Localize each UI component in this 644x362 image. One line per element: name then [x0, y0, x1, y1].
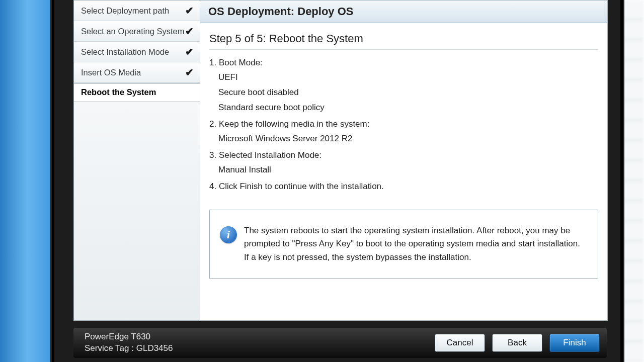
secure-boot-value: Secure boot disabled: [218, 85, 598, 100]
cancel-button[interactable]: Cancel: [435, 334, 485, 352]
checkmark-icon: ✔: [185, 66, 194, 78]
step-select-installation-mode[interactable]: Select Installation Mode ✔: [74, 42, 200, 62]
wizard-panel: Select Deployment path ✔ Select an Opera…: [73, 0, 608, 321]
finish-button[interactable]: Finish: [549, 334, 600, 352]
step-label: Insert OS Media: [81, 68, 141, 77]
service-tag: Service Tag : GLD3456: [85, 343, 173, 354]
lifecycle-controller-window: Select Deployment path ✔ Select an Opera…: [54, 0, 620, 362]
wizard-content: OS Deployment: Deploy OS Step 5 of 5: Re…: [200, 1, 607, 320]
media-label: 2. Keep the following media in the syste…: [209, 119, 598, 129]
wizard-body: Step 5 of 5: Reboot the System 1. Boot M…: [200, 23, 607, 286]
desktop-background: [0, 0, 55, 362]
info-text: The system reboots to start the operatin…: [244, 224, 583, 264]
step-select-operating-system[interactable]: Select an Operating System ✔: [74, 21, 200, 42]
step-label: Reboot the System: [81, 87, 156, 97]
footer-buttons: Cancel Back Finish: [435, 334, 600, 352]
page-title: OS Deployment: Deploy OS: [200, 1, 607, 23]
step-label: Select an Operating System: [81, 27, 184, 36]
install-mode-value: Manual Install: [218, 162, 598, 177]
secure-boot-policy-value: Standard secure boot policy: [218, 100, 598, 115]
footer-bar: PowerEdge T630 Service Tag : GLD3456 Can…: [73, 328, 607, 358]
finish-instruction: 4. Click Finish to continue with the ins…: [209, 182, 598, 192]
install-mode-label: 3. Selected Installation Mode:: [209, 150, 598, 160]
boot-mode-label: 1. Boot Mode:: [209, 58, 598, 68]
media-value: Microsoft Windows Server 2012 R2: [218, 131, 598, 146]
step-label: Select Installation Mode: [81, 47, 169, 57]
step-heading: Step 5 of 5: Reboot the System: [209, 32, 598, 50]
step-label: Select Deployment path: [81, 6, 169, 16]
step-select-deployment-path[interactable]: Select Deployment path ✔: [74, 1, 200, 21]
checkmark-icon: ✔: [185, 46, 194, 58]
checkmark-icon: ✔: [185, 5, 194, 17]
step-reboot-the-system[interactable]: Reboot the System: [74, 83, 200, 102]
boot-mode-value: UEFI: [218, 70, 598, 85]
wizard-steps: Select Deployment path ✔ Select an Opera…: [74, 1, 200, 320]
checkmark-icon: ✔: [185, 25, 194, 37]
step-insert-os-media[interactable]: Insert OS Media ✔: [74, 62, 200, 83]
system-info: PowerEdge T630 Service Tag : GLD3456: [85, 331, 173, 354]
system-model: PowerEdge T630: [85, 331, 173, 343]
info-icon: i: [220, 226, 237, 243]
info-notice: i The system reboots to start the operat…: [209, 210, 598, 279]
back-button[interactable]: Back: [492, 334, 542, 352]
background-right: [618, 0, 644, 362]
